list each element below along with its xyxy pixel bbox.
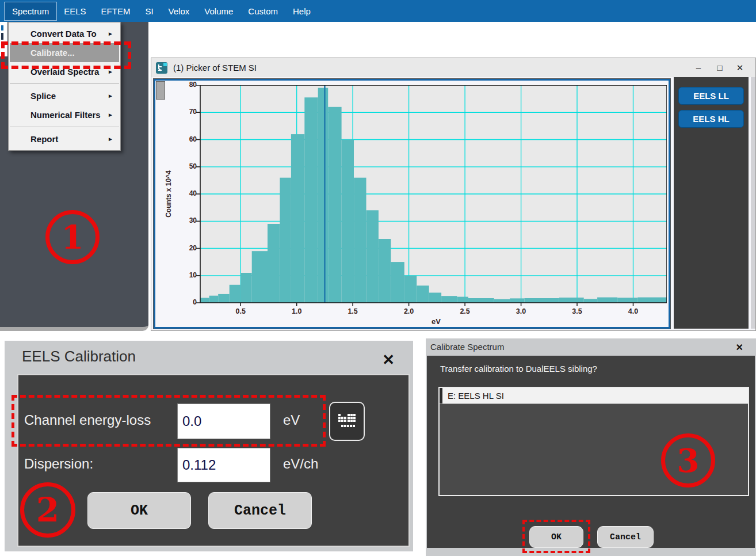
dialog-title: Calibrate Spectrum [430, 342, 504, 352]
menu-bar: SpectrumEELSEFTEMSIVeloxVolumeCustomHelp [0, 0, 756, 22]
close-icon: ✕ [736, 63, 744, 73]
x-tick-label: 0.5 [230, 307, 251, 315]
y-tick-label: 70 [173, 108, 197, 116]
menu-item-convert-data-to[interactable]: Convert Data To► [9, 24, 120, 43]
annotation-step-1-number: 1 [62, 218, 84, 256]
submenu-arrow-icon: ► [108, 136, 113, 142]
menu-item-label: Report [30, 134, 58, 144]
picker-sidebar: EELS LLEELS HL [674, 77, 749, 329]
menu-separator [10, 83, 119, 84]
dialog-close-button[interactable]: ✕ [736, 342, 743, 353]
submenu-arrow-icon: ► [108, 112, 113, 118]
y-tick-label: 60 [173, 135, 197, 143]
close-icon: ✕ [736, 342, 743, 352]
annotation-box-calibrate [1, 41, 131, 69]
menu-item-splice[interactable]: Splice► [9, 86, 120, 105]
annotation-step-3: 3 [661, 433, 715, 488]
annotation-box-ok [522, 520, 590, 553]
edge-artifact-mark-dark [1, 33, 3, 40]
picker-titlebar: (1) Picker of STEM SI [151, 58, 755, 77]
menu-eels[interactable]: EELS [56, 2, 93, 20]
edge-artifact-mark-blue [1, 25, 3, 31]
window-scrollbar[interactable] [751, 77, 755, 329]
ok-button[interactable]: OK [87, 492, 191, 529]
x-tick-label: 2.5 [455, 307, 475, 315]
submenu-arrow-icon: ► [108, 93, 113, 99]
x-tick-label: 3.0 [511, 307, 532, 315]
y-tick-label: 30 [173, 216, 197, 224]
scroll-handle[interactable] [156, 81, 165, 100]
x-tick-label: 1.5 [342, 307, 363, 315]
menu-spectrum[interactable]: Spectrum [5, 2, 56, 20]
y-tick-label: 50 [173, 162, 197, 170]
spectrum-plot-svg[interactable] [196, 85, 667, 307]
dialog-title: EELS Calibration [22, 348, 136, 365]
maximize-icon: □ [717, 63, 722, 73]
periodic-table-button[interactable] [329, 402, 365, 441]
menu-separator [10, 127, 119, 127]
y-tick-label: 80 [173, 81, 197, 89]
cancel-button[interactable]: Cancel [597, 526, 654, 548]
menu-item-label: Convert Data To [30, 29, 97, 39]
minimize-button[interactable]: – [690, 58, 707, 77]
menu-custom[interactable]: Custom [240, 2, 285, 20]
menu-si[interactable]: SI [138, 2, 161, 20]
x-axis-title: eV [425, 317, 448, 326]
x-tick-label: 4.0 [623, 307, 644, 315]
button-eels-hl[interactable]: EELS HL [678, 110, 744, 128]
submenu-arrow-icon: ► [108, 31, 113, 37]
annotation-step-2: 2 [20, 482, 75, 538]
plot-frame[interactable]: Counts x 10^4 eV 010203040506070800.51.0… [154, 79, 670, 329]
y-tick-label: 10 [173, 271, 197, 279]
periodic-table-icon [337, 413, 357, 430]
menu-velox[interactable]: Velox [161, 2, 197, 20]
cancel-button[interactable]: Cancel [208, 492, 312, 529]
menu-item-label: Numerical Filters [30, 110, 101, 120]
x-tick-label: 2.0 [399, 307, 419, 315]
y-tick-label: 40 [173, 189, 197, 197]
transfer-prompt: Transfer calibration to DualEELS sibling… [440, 364, 597, 374]
dispersion-label: Dispersion: [24, 456, 93, 472]
y-tick-label: 20 [173, 244, 197, 252]
maximize-button[interactable]: □ [711, 58, 728, 77]
menu-eftem[interactable]: EFTEM [94, 2, 138, 20]
dispersion-unit: eV/ch [283, 456, 318, 472]
submenu-arrow-icon: ► [108, 68, 113, 75]
annotation-box-channel-energy-loss [12, 395, 326, 447]
menu-help[interactable]: Help [285, 2, 318, 20]
screenshot-root: SpectrumEELSEFTEMSIVeloxVolumeCustomHelp… [0, 0, 756, 556]
picker-content: Counts x 10^4 eV 010203040506070800.51.0… [151, 77, 755, 330]
dispersion-input[interactable] [177, 448, 270, 482]
annotation-step-1: 1 [45, 210, 100, 264]
annotation-step-3-number: 3 [677, 441, 700, 479]
dialog-close-button[interactable]: ✕ [382, 351, 395, 369]
menu-item-report[interactable]: Report► [9, 130, 120, 148]
y-tick-label: 0 [173, 298, 197, 306]
list-item[interactable]: E: EELS HL SI [440, 388, 748, 404]
menu-volume[interactable]: Volume [197, 2, 240, 20]
x-tick-label: 1.0 [287, 307, 307, 315]
close-icon: ✕ [382, 351, 395, 368]
menu-item-numerical-filters[interactable]: Numerical Filters► [9, 105, 120, 124]
x-tick-label: 3.5 [567, 307, 587, 315]
close-button[interactable]: ✕ [731, 58, 749, 77]
button-eels-ll[interactable]: EELS LL [678, 87, 744, 105]
window-title: (1) Picker of STEM SI [173, 63, 257, 73]
annotation-step-2-number: 2 [36, 490, 59, 530]
y-axis-title: Counts x 10^4 [165, 148, 173, 240]
minimize-icon: – [696, 63, 701, 73]
menu-item-label: Splice [30, 91, 56, 101]
window-icon [156, 62, 167, 74]
picker-window: (1) Picker of STEM SI – □ ✕ Counts x 10^… [151, 58, 756, 331]
